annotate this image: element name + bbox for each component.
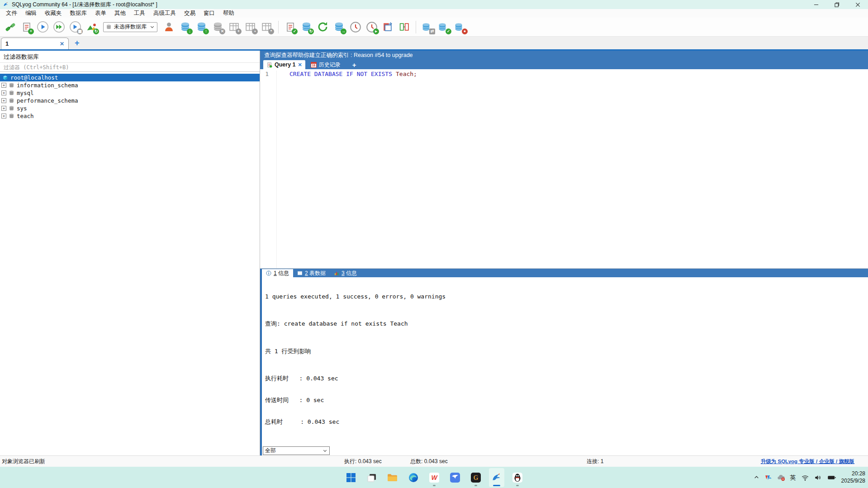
minimize-button[interactable] <box>806 0 826 9</box>
chevron-down-icon <box>323 448 327 453</box>
query-tab-label: Query 1 <box>275 62 296 68</box>
filter-input[interactable] <box>0 62 260 72</box>
ime-indicator[interactable]: 英 <box>790 474 796 482</box>
expand-icon[interactable]: + <box>1 114 6 118</box>
wifi-icon[interactable] <box>801 474 809 482</box>
results-section: 1 信息 2 表数据 3 信息 1 queries executed, 1 su… <box>260 269 868 455</box>
database-select[interactable]: 未选择数据库 <box>103 22 157 32</box>
drop-database-button[interactable]: ✕ <box>210 19 225 35</box>
query-panel: 查询探查器帮助你建立正确的索引 : Reason #54 to upgrade … <box>260 51 868 455</box>
upgrade-link[interactable]: 升级为 SQLyog 专业版 / 企业版 / 旗舰版 <box>761 458 854 465</box>
running-indicator <box>516 485 519 486</box>
query-tab-1[interactable]: Query 1 ✕ <box>263 60 305 69</box>
tree-item-teach[interactable]: + teach <box>0 112 260 120</box>
start-button[interactable] <box>343 468 359 487</box>
result-filter-select[interactable]: 全部 <box>263 446 330 455</box>
refresh-button[interactable] <box>315 19 330 35</box>
task-view-button[interactable] <box>364 468 379 487</box>
window-controls <box>806 0 868 9</box>
tree-item-mysql[interactable]: + mysql <box>0 89 260 97</box>
restore-button[interactable] <box>826 0 847 9</box>
results-tab-info[interactable]: 3 信息 <box>330 269 361 277</box>
cloud-sync-error-tray-icon[interactable] <box>777 474 785 482</box>
qq-button[interactable] <box>510 468 525 487</box>
user-manager-button[interactable] <box>161 19 176 35</box>
tree-item-label: performance_schema <box>17 97 78 104</box>
database-icon <box>9 90 14 96</box>
results-tab-num: 1 <box>274 270 277 276</box>
thunder-button[interactable] <box>447 468 463 487</box>
connect-button[interactable] <box>3 19 18 35</box>
query-history-button[interactable] <box>348 19 363 35</box>
layout-button[interactable] <box>380 19 395 35</box>
connection-tab-1[interactable]: 1 ✕ <box>1 38 69 49</box>
results-tab-messages[interactable]: 1 信息 <box>262 269 293 277</box>
create-database-button[interactable]: ↑ <box>194 19 209 35</box>
menu-item-file[interactable]: 文件 <box>2 9 21 18</box>
edge-button[interactable] <box>406 468 421 487</box>
sqlyog-taskbar-button[interactable] <box>489 468 504 487</box>
wps-button[interactable]: W <box>427 468 442 487</box>
sync-data-button[interactable]: ✓ <box>436 19 451 35</box>
tree-item-label: sys <box>17 105 27 112</box>
backup-database-button[interactable]: → <box>332 19 346 35</box>
results-tab-num: 3 <box>342 270 345 276</box>
sync-schema-button[interactable]: ● <box>453 19 468 35</box>
menu-item-window[interactable]: 窗口 <box>199 9 219 18</box>
create-table-button[interactable]: + <box>227 19 242 35</box>
execute-all-button[interactable] <box>52 19 66 35</box>
results-tab-table-data[interactable]: 2 表数据 <box>293 269 330 277</box>
execute-query-button[interactable] <box>35 19 50 35</box>
menu-item-help[interactable]: 帮助 <box>219 9 238 18</box>
query-analyzer-button[interactable]: ↻ <box>84 19 99 35</box>
taskbar-clock[interactable]: 20:28 2025/9/28 <box>841 470 865 484</box>
execute-explain-button[interactable]: ▦ <box>68 19 83 35</box>
menu-item-others[interactable]: 其他 <box>110 9 130 18</box>
format-query-button[interactable]: ✓ <box>283 19 298 35</box>
tree-item-sys[interactable]: + sys <box>0 104 260 112</box>
sync-database-button[interactable]: ⇄ <box>420 19 435 35</box>
database-tree: root@localhost + information_schema + my… <box>0 74 260 120</box>
connection-tab-close-icon[interactable]: ✕ <box>60 41 64 47</box>
wps-cloud-tray-icon[interactable] <box>764 474 772 481</box>
toolbar: + ▦ ↻ 未选择数据库 ↓ ↑ ✕ + ▪ * ✓ ↻ → ▸ <box>0 18 868 37</box>
menu-item-transaction[interactable]: 交易 <box>180 9 199 18</box>
new-query-tab-button[interactable]: + <box>346 60 363 69</box>
new-connection-button[interactable]: + <box>19 19 34 35</box>
menu-bar: 文件 编辑 收藏夹 数据库 表单 其他 工具 高级工具 交易 窗口 帮助 <box>0 9 868 18</box>
upgrade-banner[interactable]: 查询探查器帮助你建立正确的索引 : Reason #54 to upgrade <box>260 51 868 60</box>
scheduled-backup-button[interactable]: ▸ <box>364 19 379 35</box>
query-tab-close-icon[interactable]: ✕ <box>298 62 302 68</box>
import-database-button[interactable]: ↓ <box>178 19 193 35</box>
menu-item-edit[interactable]: 编辑 <box>21 9 41 18</box>
menu-item-table[interactable]: 表单 <box>91 9 110 18</box>
info-icon <box>266 270 271 276</box>
sql-code-line[interactable]: CREATE DATABASE IF NOT EXISTSTeach; <box>277 71 417 268</box>
tree-item-server[interactable]: root@localhost <box>0 74 260 81</box>
history-tab[interactable]: 18 历史记录 <box>305 60 346 69</box>
refresh-database-button[interactable]: ↻ <box>299 19 314 35</box>
expand-icon[interactable]: + <box>1 98 6 103</box>
running-indicator <box>474 485 477 486</box>
expand-icon[interactable]: + <box>1 90 6 95</box>
g-app-button[interactable]: G <box>468 468 484 487</box>
battery-icon[interactable] <box>827 473 836 482</box>
menu-item-powertools[interactable]: 高级工具 <box>149 9 180 18</box>
close-button[interactable] <box>847 0 868 9</box>
save-table-button[interactable]: ▪ <box>243 19 258 35</box>
database-select-value: 未选择数据库 <box>114 23 147 31</box>
sql-editor[interactable]: 1 CREATE DATABASE IF NOT EXISTSTeach; <box>260 69 868 269</box>
new-connection-tab-button[interactable]: + <box>69 38 85 49</box>
table-key-button[interactable]: * <box>259 19 274 35</box>
menu-item-favorites[interactable]: 收藏夹 <box>41 9 66 18</box>
tree-item-information-schema[interactable]: + information_schema <box>0 81 260 89</box>
file-explorer-button[interactable] <box>385 468 400 487</box>
menu-item-tools[interactable]: 工具 <box>130 9 149 18</box>
expand-icon[interactable]: + <box>1 83 6 88</box>
menu-item-database[interactable]: 数据库 <box>66 9 91 18</box>
volume-icon[interactable] <box>814 474 822 482</box>
tray-expand-chevron-icon[interactable] <box>754 474 759 480</box>
expand-icon[interactable]: + <box>1 106 6 111</box>
tree-item-performance-schema[interactable]: + performance_schema <box>0 97 260 104</box>
compare-windows-button[interactable] <box>397 19 412 35</box>
